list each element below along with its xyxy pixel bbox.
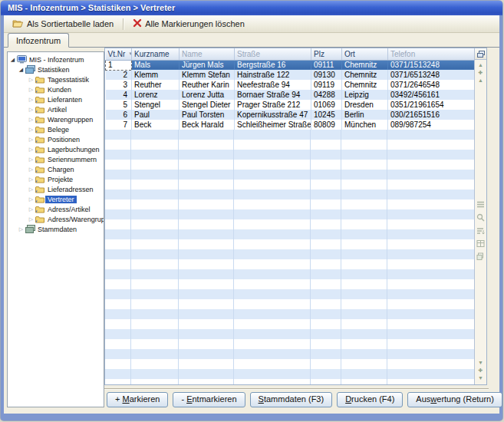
cell-vtnr[interactable]: 4: [106, 90, 132, 100]
cell-strasse[interactable]: Bornaer Straße 94: [235, 90, 311, 100]
cell-strasse[interactable]: Prager Straße 212: [235, 100, 311, 110]
expand-icon[interactable]: ▷: [28, 206, 35, 213]
table-row[interactable]: 5 Stengel Stengel Dieter Prager Straße 2…: [106, 100, 475, 110]
markieren-button[interactable]: + Markieren: [107, 392, 168, 407]
cell-telefon[interactable]: 03492/456161: [388, 90, 475, 100]
cell-kurzname[interactable]: Paul: [132, 110, 180, 120]
sort-icon[interactable]: [476, 226, 485, 235]
cell-vtnr[interactable]: 5: [106, 100, 132, 110]
table-row[interactable]: 7 Beck Beck Harald Schleißheimer Straße …: [106, 120, 475, 130]
tree-item-lagerbuchungen[interactable]: ▷ Lagerbuchungen: [8, 144, 104, 154]
cell-kurzname[interactable]: Stengel: [132, 100, 180, 110]
cell-telefon[interactable]: 030/21651516: [388, 110, 475, 120]
cell-ort[interactable]: Chemnitz: [342, 80, 388, 90]
expand-icon[interactable]: ▷: [28, 77, 35, 83]
cell-strasse[interactable]: Bergstraße 16: [235, 60, 311, 70]
expand-icon[interactable]: ▷: [28, 176, 35, 183]
auswertung-button[interactable]: Auswertung (Return): [407, 392, 502, 407]
expand-icon[interactable]: ▷: [28, 117, 35, 123]
cell-plz[interactable]: 10245: [311, 110, 342, 120]
tree-item-chargen[interactable]: ▷ Chargen: [8, 164, 104, 174]
cell-telefon[interactable]: 0371/1513248: [388, 60, 475, 70]
cell-telefon[interactable]: 0351/21961654: [388, 100, 475, 110]
column-header-plz[interactable]: Plz: [311, 48, 342, 60]
collapse-icon[interactable]: ◢: [18, 67, 25, 73]
column-header-strasse[interactable]: Straße: [235, 48, 311, 60]
expand-icon[interactable]: ▷: [28, 127, 35, 133]
cell-ort[interactable]: Dresden: [342, 100, 388, 110]
column-header-name[interactable]: Name: [180, 48, 235, 60]
tree-item-positionen[interactable]: ▷ Positionen: [8, 134, 104, 144]
column-header-vtnr[interactable]: Vt.Nr▼: [106, 48, 132, 60]
cell-name[interactable]: Klemm Stefan: [180, 70, 235, 80]
focused-cell[interactable]: 1: [106, 60, 132, 70]
cell-plz[interactable]: 80809: [311, 120, 342, 130]
cell-strasse[interactable]: Hainstraße 122: [235, 70, 311, 80]
tree-item-artikel[interactable]: ▷ Artikel: [8, 104, 104, 114]
cell-plz[interactable]: 01069: [311, 100, 342, 110]
copy-icon[interactable]: [476, 252, 485, 261]
cell-vtnr[interactable]: 6: [106, 110, 132, 120]
cell-kurzname[interactable]: Lorenz: [132, 90, 180, 100]
tree-item-lieferanten[interactable]: ▷ Lieferanten: [8, 94, 104, 104]
expand-icon[interactable]: ▷: [28, 147, 35, 153]
cell-name[interactable]: Lorenz Jutta: [180, 90, 235, 100]
cell-kurzname[interactable]: Beck: [132, 120, 180, 130]
drucken-button[interactable]: Drucken (F4): [337, 392, 403, 407]
cell-plz[interactable]: 09130: [311, 70, 342, 80]
tree-item-adress-artikel[interactable]: ▷ Adress/Artikel: [8, 204, 104, 214]
append-row-icon[interactable]: ✚: [475, 367, 486, 374]
cell-kurzname[interactable]: Mals: [132, 60, 180, 70]
expand-icon[interactable]: ▷: [28, 186, 35, 193]
load-sort-table-button[interactable]: Als Sortiertabelle laden: [6, 16, 120, 31]
cell-strasse[interactable]: Schleißheimer Straße 378: [235, 120, 311, 130]
expand-icon[interactable]: ▷: [18, 226, 25, 232]
expand-icon[interactable]: ▷: [28, 107, 35, 113]
scroll-up-icon[interactable]: ▲: [475, 77, 486, 84]
cell-ort[interactable]: München: [342, 120, 388, 130]
tree-item-warengruppen[interactable]: ▷ Warengruppen: [8, 114, 104, 124]
cell-ort[interactable]: Leipzig: [342, 90, 388, 100]
clear-marks-button[interactable]: Alle Markierungen löschen: [127, 16, 251, 31]
cell-ort[interactable]: Chemnitz: [342, 60, 388, 70]
tree-item-stammdaten[interactable]: ▷ Stammdaten: [8, 224, 104, 234]
cell-vtnr[interactable]: 7: [106, 120, 132, 130]
cell-strasse[interactable]: Kopernikusstraße 47: [235, 110, 311, 120]
cell-telefon[interactable]: 0371/6513248: [388, 70, 475, 80]
table-row[interactable]: 6 Paul Paul Torsten Kopernikusstraße 47 …: [106, 110, 475, 120]
tree-item-kunden[interactable]: ▷ Kunden: [8, 84, 104, 94]
expand-icon[interactable]: ▷: [28, 157, 35, 163]
tree-item-belege[interactable]: ▷ Belege: [8, 124, 104, 134]
tree-item-tagesstatistik[interactable]: ▷ Tagesstatistik: [8, 74, 104, 84]
expand-icon[interactable]: ▷: [28, 166, 35, 173]
cell-telefon[interactable]: 089/987254: [388, 120, 475, 130]
cell-telefon[interactable]: 0371/2646548: [388, 80, 475, 90]
cell-ort[interactable]: Chemnitz: [342, 70, 388, 80]
column-chooser-button[interactable]: [475, 48, 486, 60]
list-icon[interactable]: [476, 200, 485, 209]
collapse-icon[interactable]: ◢: [9, 57, 16, 63]
tree-item-vertreter[interactable]: ▷ Vertreter: [8, 194, 104, 204]
stammdaten-button[interactable]: Stammdaten (F3): [250, 392, 333, 407]
entmarkieren-button[interactable]: - Entmarkieren: [173, 392, 245, 407]
table-row[interactable]: 3 Reuther Reuther Karin Neefestraße 94 0…: [106, 80, 475, 90]
cell-plz[interactable]: 09111: [311, 60, 342, 70]
tree-item-projekte[interactable]: ▷ Projekte: [8, 174, 104, 184]
cell-name[interactable]: Jürgen Mals: [180, 60, 235, 70]
column-header-ort[interactable]: Ort: [342, 48, 388, 60]
column-header-telefon[interactable]: Telefon: [388, 48, 475, 60]
table-row[interactable]: 2 Klemm Klemm Stefan Hainstraße 122 0913…: [106, 70, 475, 80]
column-header-kurzname[interactable]: Kurzname: [132, 48, 180, 60]
scroll-down-icon[interactable]: ▼: [475, 359, 486, 367]
scroll-bottom-icon[interactable]: ▼: [475, 374, 486, 382]
cell-name[interactable]: Reuther Karin: [180, 80, 235, 90]
cell-kurzname[interactable]: Reuther: [132, 80, 180, 90]
add-mark-icon[interactable]: ✚: [475, 69, 486, 77]
expand-icon[interactable]: ▷: [28, 196, 35, 203]
cell-name[interactable]: Stengel Dieter: [180, 100, 235, 110]
table-row[interactable]: 4 Lorenz Lorenz Jutta Bornaer Straße 94 …: [106, 90, 475, 100]
cell-name[interactable]: Paul Torsten: [180, 110, 235, 120]
expand-icon[interactable]: ▷: [28, 216, 35, 223]
cell-vtnr[interactable]: 2: [106, 70, 132, 80]
search-icon[interactable]: [476, 213, 485, 222]
